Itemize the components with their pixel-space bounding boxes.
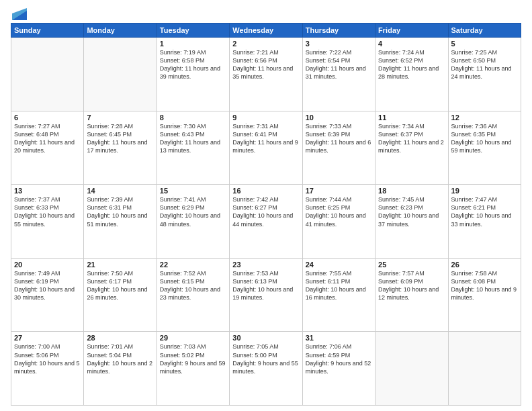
calendar-cell: 24Sunrise: 7:55 AMSunset: 6:11 PMDayligh…: [302, 258, 375, 332]
day-detail: Sunrise: 7:19 AMSunset: 6:58 PMDaylight:…: [160, 48, 226, 81]
calendar-cell: 17Sunrise: 7:44 AMSunset: 6:25 PMDayligh…: [302, 185, 375, 259]
day-detail: Sunrise: 7:33 AMSunset: 6:39 PMDaylight:…: [306, 122, 372, 155]
day-number: 5: [451, 40, 518, 48]
day-number: 17: [306, 187, 372, 195]
weekday-header-wednesday: Wednesday: [230, 24, 302, 38]
week-row-5: 27Sunrise: 7:00 AMSunset: 5:06 PMDayligh…: [11, 332, 521, 406]
header: [11, 8, 521, 19]
day-number: 18: [378, 187, 445, 195]
calendar-cell: 29Sunrise: 7:03 AMSunset: 5:02 PMDayligh…: [157, 332, 229, 406]
day-number: 12: [451, 113, 518, 122]
weekday-header-friday: Friday: [375, 24, 448, 38]
calendar-cell: 5Sunrise: 7:25 AMSunset: 6:50 PMDaylight…: [448, 38, 521, 111]
day-number: 7: [87, 113, 153, 122]
day-detail: Sunrise: 7:45 AMSunset: 6:23 PMDaylight:…: [378, 195, 445, 228]
day-number: 21: [87, 261, 153, 269]
day-detail: Sunrise: 7:30 AMSunset: 6:43 PMDaylight:…: [160, 122, 226, 155]
day-number: 8: [160, 113, 226, 122]
calendar: SundayMondayTuesdayWednesdayThursdayFrid…: [11, 23, 521, 406]
day-detail: Sunrise: 7:34 AMSunset: 6:37 PMDaylight:…: [378, 122, 445, 155]
weekday-header-row: SundayMondayTuesdayWednesdayThursdayFrid…: [11, 24, 521, 38]
day-detail: Sunrise: 7:57 AMSunset: 6:09 PMDaylight:…: [378, 269, 445, 302]
calendar-cell: 22Sunrise: 7:52 AMSunset: 6:15 PMDayligh…: [157, 258, 229, 332]
day-detail: Sunrise: 7:37 AMSunset: 6:33 PMDaylight:…: [14, 195, 81, 228]
day-detail: Sunrise: 7:27 AMSunset: 6:48 PMDaylight:…: [14, 122, 81, 155]
weekday-header-monday: Monday: [84, 24, 157, 38]
calendar-cell: 12Sunrise: 7:36 AMSunset: 6:35 PMDayligh…: [448, 111, 521, 185]
calendar-cell: 16Sunrise: 7:42 AMSunset: 6:27 PMDayligh…: [230, 185, 302, 259]
weekday-header-thursday: Thursday: [302, 24, 375, 38]
day-number: 24: [306, 261, 372, 269]
calendar-cell: 1Sunrise: 7:19 AMSunset: 6:58 PMDaylight…: [157, 38, 229, 111]
day-number: 25: [378, 261, 445, 269]
day-detail: Sunrise: 7:00 AMSunset: 5:06 PMDaylight:…: [14, 342, 81, 375]
day-detail: Sunrise: 7:39 AMSunset: 6:31 PMDaylight:…: [87, 195, 153, 228]
day-detail: Sunrise: 7:47 AMSunset: 6:21 PMDaylight:…: [451, 195, 518, 228]
calendar-cell: 20Sunrise: 7:49 AMSunset: 6:19 PMDayligh…: [11, 258, 84, 332]
day-detail: Sunrise: 7:21 AMSunset: 6:56 PMDaylight:…: [232, 48, 299, 81]
calendar-cell: 9Sunrise: 7:31 AMSunset: 6:41 PMDaylight…: [230, 111, 302, 185]
weekday-header-saturday: Saturday: [448, 24, 521, 38]
day-detail: Sunrise: 7:01 AMSunset: 5:04 PMDaylight:…: [87, 342, 153, 375]
day-detail: Sunrise: 7:55 AMSunset: 6:11 PMDaylight:…: [306, 269, 372, 302]
day-number: 28: [87, 334, 153, 342]
day-number: 15: [160, 187, 226, 195]
day-detail: Sunrise: 7:50 AMSunset: 6:17 PMDaylight:…: [87, 269, 153, 302]
calendar-cell: [11, 38, 84, 111]
day-number: 19: [451, 187, 518, 195]
day-number: 26: [451, 261, 518, 269]
calendar-cell: 4Sunrise: 7:24 AMSunset: 6:52 PMDaylight…: [375, 38, 448, 111]
calendar-cell: 11Sunrise: 7:34 AMSunset: 6:37 PMDayligh…: [375, 111, 448, 185]
calendar-cell: 23Sunrise: 7:53 AMSunset: 6:13 PMDayligh…: [230, 258, 302, 332]
calendar-cell: 10Sunrise: 7:33 AMSunset: 6:39 PMDayligh…: [302, 111, 375, 185]
calendar-cell: 15Sunrise: 7:41 AMSunset: 6:29 PMDayligh…: [157, 185, 229, 259]
day-detail: Sunrise: 7:49 AMSunset: 6:19 PMDaylight:…: [14, 269, 81, 302]
logo-icon: [12, 8, 27, 20]
calendar-cell: 14Sunrise: 7:39 AMSunset: 6:31 PMDayligh…: [84, 185, 157, 259]
day-number: 14: [87, 187, 153, 195]
weekday-header-sunday: Sunday: [11, 24, 84, 38]
day-number: 29: [160, 334, 226, 342]
day-detail: Sunrise: 7:24 AMSunset: 6:52 PMDaylight:…: [378, 48, 445, 81]
calendar-cell: [84, 38, 157, 111]
calendar-cell: 8Sunrise: 7:30 AMSunset: 6:43 PMDaylight…: [157, 111, 229, 185]
day-number: 6: [14, 113, 81, 122]
day-detail: Sunrise: 7:06 AMSunset: 4:59 PMDaylight:…: [306, 342, 372, 375]
calendar-cell: 7Sunrise: 7:28 AMSunset: 6:45 PMDaylight…: [84, 111, 157, 185]
day-detail: Sunrise: 7:31 AMSunset: 6:41 PMDaylight:…: [232, 122, 299, 155]
calendar-cell: 3Sunrise: 7:22 AMSunset: 6:54 PMDaylight…: [302, 38, 375, 111]
calendar-cell: [448, 332, 521, 406]
calendar-cell: 31Sunrise: 7:06 AMSunset: 4:59 PMDayligh…: [302, 332, 375, 406]
day-number: 10: [306, 113, 372, 122]
week-row-4: 20Sunrise: 7:49 AMSunset: 6:19 PMDayligh…: [11, 258, 521, 332]
day-detail: Sunrise: 7:36 AMSunset: 6:35 PMDaylight:…: [451, 122, 518, 155]
day-detail: Sunrise: 7:53 AMSunset: 6:13 PMDaylight:…: [232, 269, 299, 302]
day-number: 27: [14, 334, 81, 342]
day-number: 22: [160, 261, 226, 269]
week-row-3: 13Sunrise: 7:37 AMSunset: 6:33 PMDayligh…: [11, 185, 521, 259]
day-detail: Sunrise: 7:52 AMSunset: 6:15 PMDaylight:…: [160, 269, 226, 302]
day-number: 23: [232, 261, 299, 269]
day-detail: Sunrise: 7:05 AMSunset: 5:00 PMDaylight:…: [232, 342, 299, 375]
day-number: 16: [232, 187, 299, 195]
day-detail: Sunrise: 7:58 AMSunset: 6:08 PMDaylight:…: [451, 269, 518, 302]
calendar-cell: 13Sunrise: 7:37 AMSunset: 6:33 PMDayligh…: [11, 185, 84, 259]
day-number: 3: [306, 40, 372, 48]
calendar-cell: 19Sunrise: 7:47 AMSunset: 6:21 PMDayligh…: [448, 185, 521, 259]
day-detail: Sunrise: 7:22 AMSunset: 6:54 PMDaylight:…: [306, 48, 372, 81]
day-detail: Sunrise: 7:44 AMSunset: 6:25 PMDaylight:…: [306, 195, 372, 228]
day-detail: Sunrise: 7:41 AMSunset: 6:29 PMDaylight:…: [160, 195, 226, 228]
day-number: 11: [378, 113, 445, 122]
day-detail: Sunrise: 7:25 AMSunset: 6:50 PMDaylight:…: [451, 48, 518, 81]
day-detail: Sunrise: 7:42 AMSunset: 6:27 PMDaylight:…: [232, 195, 299, 228]
day-number: 30: [232, 334, 299, 342]
day-number: 4: [378, 40, 445, 48]
calendar-cell: 6Sunrise: 7:27 AMSunset: 6:48 PMDaylight…: [11, 111, 84, 185]
day-detail: Sunrise: 7:28 AMSunset: 6:45 PMDaylight:…: [87, 122, 153, 155]
calendar-cell: 25Sunrise: 7:57 AMSunset: 6:09 PMDayligh…: [375, 258, 448, 332]
day-number: 31: [306, 334, 372, 342]
page: SundayMondayTuesdayWednesdayThursdayFrid…: [0, 0, 532, 411]
calendar-cell: [375, 332, 448, 406]
calendar-cell: 27Sunrise: 7:00 AMSunset: 5:06 PMDayligh…: [11, 332, 84, 406]
day-number: 1: [160, 40, 226, 48]
